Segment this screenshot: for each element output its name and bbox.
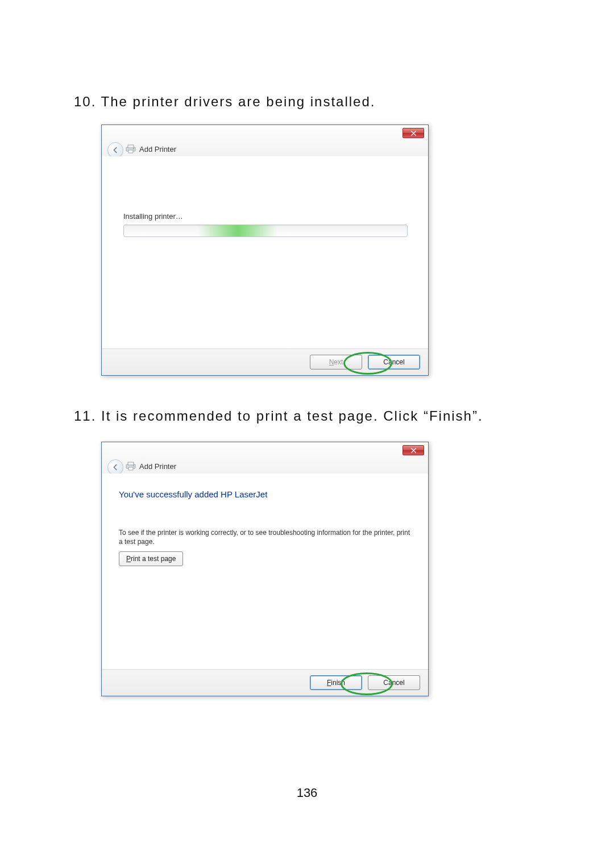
dialog-body: You've successfully added HP LaserJet To…	[102, 474, 428, 670]
add-printer-dialog-installing: Add Printer Installing printer… Next Can…	[101, 124, 429, 376]
printer-icon	[126, 462, 136, 471]
description-text: To see if the printer is working correct…	[119, 528, 411, 546]
next-button: Next	[310, 355, 362, 369]
page-number: 136	[0, 786, 614, 800]
dialog-body: Installing printer…	[102, 156, 428, 349]
dialog-header: Add Printer	[102, 125, 428, 157]
success-heading: You've successfully added HP LaserJet	[119, 489, 267, 499]
svg-rect-2	[128, 150, 133, 153]
doc-step-10: 10. The printer drivers are being instal…	[74, 94, 540, 110]
dialog-title: Add Printer	[139, 145, 176, 153]
svg-rect-5	[128, 462, 134, 465]
svg-point-3	[133, 148, 134, 149]
back-button[interactable]	[107, 459, 123, 475]
print-test-page-button[interactable]: Print a test page	[119, 551, 183, 566]
printer-icon	[126, 144, 136, 153]
dialog-title: Add Printer	[139, 462, 176, 471]
back-arrow-icon	[111, 146, 119, 154]
dialog-title-row: Add Printer	[126, 144, 176, 153]
back-button[interactable]	[107, 142, 123, 158]
close-icon	[411, 131, 416, 136]
back-arrow-icon	[111, 463, 119, 471]
doc-step-11: 11. It is recommended to print a test pa…	[74, 408, 540, 424]
close-icon	[411, 448, 416, 453]
svg-point-7	[133, 466, 134, 467]
cancel-button[interactable]: Cancel	[368, 355, 420, 369]
svg-rect-6	[128, 467, 133, 470]
close-button[interactable]	[403, 445, 424, 455]
dialog-footer: Finish Cancel	[102, 669, 428, 696]
svg-rect-1	[128, 145, 134, 148]
dialog-title-row: Add Printer	[126, 462, 176, 471]
cancel-button[interactable]: Cancel	[368, 675, 420, 690]
progress-bar	[123, 225, 408, 237]
finish-button[interactable]: Finish	[310, 675, 362, 690]
progress-label: Installing printer…	[123, 212, 183, 221]
progress-indeterminate-shine	[198, 225, 277, 236]
dialog-header: Add Printer	[102, 442, 428, 474]
dialog-footer: Next Cancel	[102, 348, 428, 375]
close-button[interactable]	[403, 128, 424, 138]
add-printer-dialog-success: Add Printer You've successfully added HP…	[101, 442, 429, 696]
